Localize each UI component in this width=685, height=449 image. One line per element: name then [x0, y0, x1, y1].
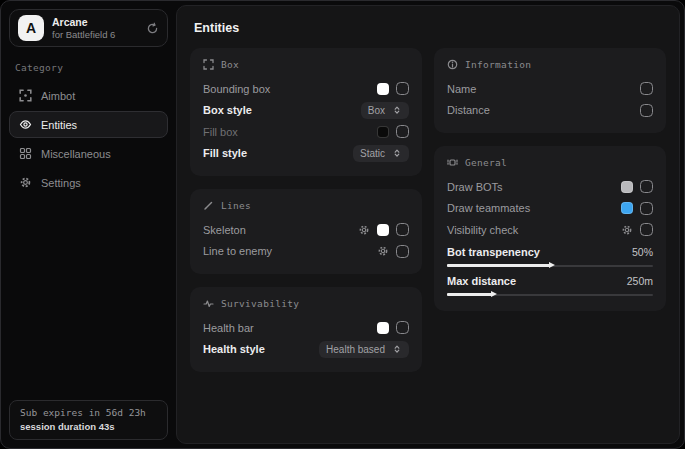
chevron-updown-icon	[392, 105, 402, 115]
health-bar-color-swatch[interactable]	[377, 322, 389, 334]
bounding-box-label: Bounding box	[203, 83, 270, 95]
pencil-icon	[203, 200, 214, 211]
health-style-value: Health based	[326, 344, 385, 355]
draw-bots-checkbox[interactable]	[640, 180, 653, 193]
bot-transparency-slider[interactable]	[447, 262, 653, 270]
line-to-enemy-settings-gear-icon[interactable]	[377, 245, 389, 257]
information-card: Information Name Distance	[434, 48, 666, 133]
fill-style-dropdown[interactable]: Static	[353, 145, 409, 162]
line-to-enemy-checkbox[interactable]	[396, 245, 409, 258]
draw-teammates-checkbox[interactable]	[640, 202, 653, 215]
visibility-check-checkbox[interactable]	[640, 223, 653, 236]
session-duration-text: session duration 43s	[20, 421, 157, 432]
max-distance-slider[interactable]	[447, 291, 653, 299]
name-label: Name	[447, 83, 476, 95]
general-card: General Draw BOTs Draw teammates	[434, 146, 666, 311]
bot-transparency-value: 50%	[632, 246, 653, 258]
draw-teammates-label: Draw teammates	[447, 202, 530, 214]
lines-card: Lines Skeleton Line to enem	[190, 189, 422, 274]
line-to-enemy-label: Line to enemy	[203, 245, 272, 257]
fill-style-value: Static	[360, 148, 385, 159]
brand-title: Arcane	[52, 16, 138, 29]
sidebar-item-settings[interactable]: Settings	[9, 169, 168, 196]
sidebar-item-aimbot[interactable]: Aimbot	[9, 82, 168, 109]
card-header-label: Survivability	[221, 298, 299, 309]
sidebar-item-miscellaneous[interactable]: Miscellaneous	[9, 140, 168, 167]
health-bar-checkbox[interactable]	[396, 321, 409, 334]
health-pulse-icon	[203, 298, 214, 309]
sidebar-item-label: Settings	[41, 177, 81, 189]
gear-icon	[19, 176, 32, 189]
sidebar-item-entities[interactable]: Entities	[9, 111, 168, 138]
crosshair-icon	[19, 89, 32, 102]
box-style-dropdown[interactable]: Box	[361, 102, 409, 119]
chevron-updown-icon	[392, 344, 402, 354]
brand-subtitle: for Battlefield 6	[52, 29, 138, 40]
category-label: Category	[15, 62, 164, 73]
draw-bots-color-swatch[interactable]	[621, 181, 633, 193]
brand-avatar: A	[18, 15, 44, 41]
box-style-label: Box style	[203, 104, 252, 116]
name-checkbox[interactable]	[640, 82, 653, 95]
visibility-check-row: Visibility check	[447, 219, 653, 241]
card-header-label: General	[465, 157, 507, 168]
health-bar-label: Health bar	[203, 322, 254, 334]
left-column: Box Bounding box Box style Box	[190, 48, 422, 372]
fill-style-row: Fill style Static	[203, 143, 409, 165]
bot-transparency-group: Bot transpenency 50%	[447, 243, 653, 270]
draw-bots-row: Draw BOTs	[447, 176, 653, 198]
information-icon	[447, 59, 458, 70]
card-header-label: Information	[465, 59, 531, 70]
line-to-enemy-row: Line to enemy	[203, 241, 409, 263]
draw-bots-label: Draw BOTs	[447, 181, 503, 193]
max-distance-label: Max distance	[447, 275, 516, 287]
bounding-box-color-swatch[interactable]	[377, 83, 389, 95]
main-panel: Entities Box Bounding box	[176, 5, 680, 444]
sidebar-item-label: Miscellaneous	[41, 148, 111, 160]
draw-teammates-color-swatch[interactable]	[621, 202, 633, 214]
skeleton-settings-gear-icon[interactable]	[358, 224, 370, 236]
visibility-check-settings-gear-icon[interactable]	[621, 224, 633, 236]
page-title: Entities	[194, 21, 669, 35]
survivability-card: Survivability Health bar Health style He…	[190, 287, 422, 372]
grid-icon	[19, 147, 32, 160]
sidebar-item-label: Entities	[41, 119, 77, 131]
name-row: Name	[447, 78, 653, 100]
skeleton-color-swatch[interactable]	[377, 224, 389, 236]
card-header-label: Lines	[221, 200, 251, 211]
box-icon	[203, 59, 214, 70]
box-style-row: Box style Box	[203, 100, 409, 122]
distance-row: Distance	[447, 100, 653, 122]
chevron-updown-icon	[392, 148, 402, 158]
fill-box-color-swatch[interactable]	[377, 126, 389, 138]
refresh-icon[interactable]	[146, 22, 159, 35]
visibility-check-label: Visibility check	[447, 224, 518, 236]
distance-checkbox[interactable]	[640, 104, 653, 117]
health-style-label: Health style	[203, 343, 265, 355]
subscription-info-box: Sub expires in 56d 23h session duration …	[9, 400, 168, 440]
brand-card: A Arcane for Battlefield 6	[9, 9, 168, 47]
sidebar: A Arcane for Battlefield 6 Category Aimb…	[1, 1, 176, 448]
fill-box-row: Fill box	[203, 121, 409, 143]
right-column: Information Name Distance	[434, 48, 666, 311]
box-style-value: Box	[368, 105, 385, 116]
max-distance-group: Max distance 250m	[447, 272, 653, 299]
fill-box-label: Fill box	[203, 126, 238, 138]
draw-teammates-row: Draw teammates	[447, 198, 653, 220]
box-card: Box Bounding box Box style Box	[190, 48, 422, 176]
sub-expiry-text: Sub expires in 56d 23h	[20, 407, 157, 418]
bounding-box-row: Bounding box	[203, 78, 409, 100]
health-style-row: Health style Health based	[203, 339, 409, 361]
health-style-dropdown[interactable]: Health based	[319, 341, 409, 358]
sidebar-item-label: Aimbot	[41, 90, 75, 102]
card-header-label: Box	[221, 59, 239, 70]
fill-box-checkbox[interactable]	[396, 125, 409, 138]
skeleton-checkbox[interactable]	[396, 223, 409, 236]
health-bar-row: Health bar	[203, 317, 409, 339]
general-grid-icon	[447, 157, 458, 168]
fill-style-label: Fill style	[203, 147, 247, 159]
distance-label: Distance	[447, 104, 490, 116]
entities-icon	[19, 118, 32, 131]
skeleton-label: Skeleton	[203, 224, 246, 236]
bounding-box-checkbox[interactable]	[396, 82, 409, 95]
